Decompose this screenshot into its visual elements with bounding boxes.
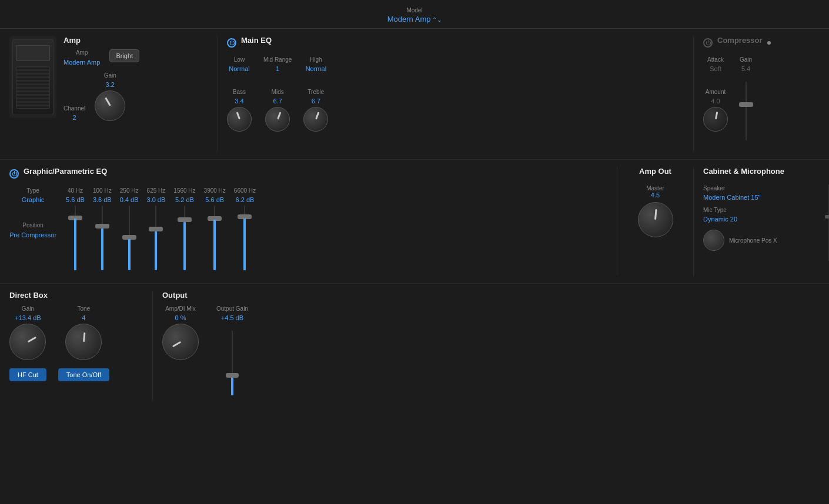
band-250hz-thumb[interactable] [122,235,136,240]
eq-bass-label: Bass [233,89,246,95]
header: Model Modern Amp [0,0,829,29]
eq-position-group: Position Pre Compressor [9,222,56,239]
db-tone-value[interactable]: 4 [82,314,85,321]
band-625hz-thumb[interactable] [149,227,163,231]
output-gain-fill [231,376,233,395]
mic-pos-z-thumb[interactable] [825,215,829,219]
eq-position-value[interactable]: Pre Compressor [9,231,56,239]
eq-bass-value[interactable]: 3.4 [235,98,243,105]
amp-di-mix-group: Amp/DI Mix 0 % [162,305,199,360]
compressor-section: ⏻ Compressor Attack Soft Amount 4.0 Gain… [694,36,829,152]
amp-image-inner [12,39,54,115]
eq-band-40hz: 40 Hz 5.6 dB [66,187,85,276]
bottom-row: Direct Box Gain +13.4 dB HF Cut Tone 4 T… [0,284,829,408]
output-gain-value[interactable]: +4.5 dB [221,314,243,321]
mic-type-value[interactable]: Dynamic 20 [703,216,737,223]
gain-label: Gain [104,72,116,79]
amp-out-title: Amp Out [639,167,671,176]
eq-band-625hz: 625 Hz 3.0 dB [147,187,166,276]
band-1560hz-thumb[interactable] [178,217,192,222]
tone-on-off-button[interactable]: Tone On/Off [58,368,109,381]
comp-gain-track [746,82,747,140]
graphic-eq-header: ⏻ Graphic/Parametric EQ [9,167,607,180]
treble-knob[interactable] [303,107,328,132]
eq-band-100hz: 100 Hz 3.6 dB [93,187,112,276]
eq-left-controls: Type Graphic Position Pre Compressor [9,187,56,239]
db-gain-knob[interactable] [9,324,46,360]
compressor-gain-slider [746,82,747,152]
master-value[interactable]: 4.5 [651,191,660,199]
gain-knob[interactable] [95,90,125,121]
compressor-dot [767,41,771,45]
bright-button[interactable]: Bright [109,49,139,62]
band-100hz-thumb[interactable] [95,224,109,229]
comp-gain-thumb[interactable] [739,102,753,107]
db-gain-value[interactable]: +13.4 dB [15,314,41,321]
direct-box-title: Direct Box [9,291,143,300]
top-row: Amp Amp Modern Amp Bright Channel 2 Gain [0,29,829,160]
speaker-group: Speaker Modern Cabinet 15" [703,185,820,201]
band-100hz-fader [102,206,103,276]
amount-value[interactable]: 4.0 [711,98,720,105]
amp-image [9,36,56,118]
comp-gain-label: Gain [740,56,752,63]
output-controls: Amp/DI Mix 0 % Output Gain +4.5 dB [162,305,308,401]
middle-row: ⏻ Graphic/Parametric EQ Type Graphic Pos… [0,160,829,284]
output-section: Output Amp/DI Mix 0 % Output Gain +4.5 d… [153,291,317,401]
eq-low-value[interactable]: Normal [229,65,249,72]
eq-position-label: Position [22,222,44,229]
amp-di-mix-knob[interactable] [162,324,199,360]
speaker-label: Speaker [703,185,725,191]
channel-group: Channel 2 [63,105,85,121]
compressor-title: Compressor [717,36,763,45]
output-gain-slider-container [232,331,233,401]
mic-type-group: Mic Type Dynamic 20 [703,207,820,223]
eq-mid-label: Mid Range [263,56,292,63]
db-tone-group: Tone 4 Tone On/Off [58,305,109,381]
output-title: Output [162,291,308,300]
cabinet-section: Cabinet & Microphone Speaker Modern Cabi… [694,167,829,276]
main-eq-controls: Low Normal Bass 3.4 Mid Range 1 Mids 6.7 [227,56,684,132]
attack-group: Attack Soft Amount 4.0 [703,56,728,132]
band-3900hz-thumb[interactable] [208,216,222,221]
mids-knob[interactable] [265,107,290,132]
eq-high-value[interactable]: Normal [306,65,326,72]
speaker-value[interactable]: Modern Cabinet 15" [703,194,760,201]
graphic-eq-power[interactable]: ⏻ [9,169,19,179]
db-tone-knob[interactable] [65,324,102,360]
channel-value[interactable]: 2 [73,114,76,121]
amp-di-mix-value[interactable]: 0 % [175,314,186,321]
bass-knob[interactable] [227,107,252,132]
eq-mid-group: Mid Range 1 Mids 6.7 [263,56,292,132]
eq-type-group: Type Graphic [9,187,56,203]
eq-mid-value[interactable]: 1 [276,65,279,72]
eq-low-label: Low [234,56,245,63]
eq-treble-value[interactable]: 6.7 [312,98,320,105]
eq-high-group: High Normal Treble 6.7 [303,56,328,132]
eq-type-value[interactable]: Graphic [22,196,45,203]
band-1560hz-fader [184,206,185,276]
graphic-eq-body: Type Graphic Position Pre Compressor 40 … [9,187,607,276]
main-eq-section: ⏻ Main EQ Low Normal Bass 3.4 Mid Range … [218,36,694,152]
main-eq-power[interactable]: ⏻ [227,38,236,48]
graphic-eq-title: Graphic/Parametric EQ [24,167,107,176]
gain-value[interactable]: 3.2 [106,81,115,88]
output-gain-thumb[interactable] [226,373,239,378]
amp-param-value[interactable]: Modern Amp [63,58,100,66]
attack-value[interactable]: Soft [710,65,721,72]
db-gain-group: Gain +13.4 dB HF Cut [9,305,46,381]
model-selector[interactable]: Modern Amp [0,15,829,23]
compressor-power[interactable]: ⏻ [703,38,713,48]
band-40hz-thumb[interactable] [68,216,82,220]
master-label: Master [646,185,664,191]
comp-gain-value[interactable]: 5.4 [741,65,750,72]
hf-cut-button[interactable]: HF Cut [9,368,46,381]
model-label: Model [0,7,829,14]
band-625hz-fader [155,206,156,276]
graphic-eq-section: ⏻ Graphic/Parametric EQ Type Graphic Pos… [0,167,617,276]
mic-pos-x-knob[interactable] [703,230,724,251]
eq-mids-value[interactable]: 6.7 [273,98,282,105]
amount-knob[interactable] [703,107,728,132]
master-knob[interactable] [638,202,673,237]
band-6600hz-thumb[interactable] [238,214,252,219]
